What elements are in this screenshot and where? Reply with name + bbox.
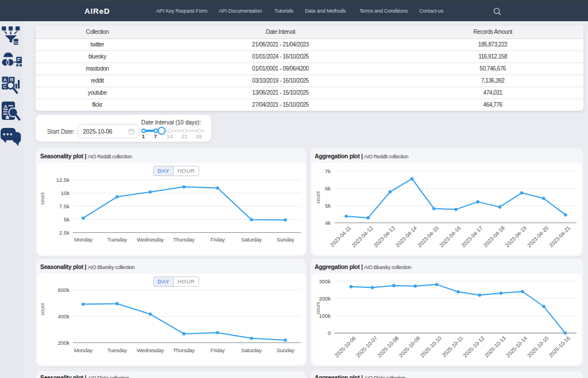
- svg-text:2025-10-12: 2025-10-12: [462, 335, 486, 358]
- svg-text:Friday: Friday: [210, 236, 225, 243]
- svg-text:2023-04-15: 2023-04-15: [416, 225, 440, 248]
- svg-text:count: count: [40, 192, 45, 204]
- svg-text:count: count: [315, 302, 321, 314]
- svg-text:7k: 7k: [325, 168, 331, 174]
- svg-text:Thursday: Thursday: [173, 236, 195, 243]
- svg-text:Wednesday: Wednesday: [137, 347, 164, 353]
- svg-text:400k: 400k: [57, 313, 69, 319]
- svg-text:Monday: Monday: [74, 236, 93, 243]
- svg-text:2023-04-21: 2023-04-21: [548, 225, 572, 248]
- svg-text:300k: 300k: [319, 278, 331, 285]
- svg-text:4k: 4k: [325, 220, 331, 226]
- svg-text:Wednesday: Wednesday: [137, 236, 164, 243]
- svg-text:2023-04-18: 2023-04-18: [482, 225, 506, 248]
- svg-text:2023-04-12: 2023-04-12: [351, 225, 374, 248]
- svg-text:2023-04-16: 2023-04-16: [439, 225, 462, 248]
- svg-text:Thursday: Thursday: [173, 347, 195, 353]
- svg-text:12.5k: 12.5k: [56, 177, 69, 183]
- svg-text:Monday: Monday: [74, 347, 93, 353]
- svg-text:2025-10-08: 2025-10-08: [377, 335, 400, 358]
- svg-text:count: count: [315, 191, 321, 203]
- svg-text:2025-10-07: 2025-10-07: [355, 335, 378, 358]
- svg-text:2025-10-09: 2025-10-09: [398, 335, 421, 358]
- svg-text:2025-10-14: 2025-10-14: [505, 335, 528, 358]
- svg-text:2023-04-20: 2023-04-20: [526, 225, 550, 248]
- svg-text:Tuesday: Tuesday: [107, 236, 127, 243]
- svg-text:0: 0: [328, 330, 331, 336]
- svg-text:2025-10-15: 2025-10-15: [527, 335, 550, 358]
- svg-text:200k: 200k: [57, 340, 69, 346]
- svg-text:Saturday: Saturday: [241, 236, 262, 243]
- svg-text:Saturday: Saturday: [241, 347, 262, 353]
- svg-text:5k: 5k: [325, 202, 331, 209]
- svg-text:600k: 600k: [57, 287, 69, 293]
- svg-text:2023-04-11: 2023-04-11: [329, 225, 352, 248]
- svg-text:A: A: [3, 77, 7, 83]
- svg-text:2025-10-06: 2025-10-06: [334, 335, 357, 358]
- svg-text:2.5k: 2.5k: [59, 229, 69, 236]
- svg-text:6k: 6k: [325, 185, 331, 192]
- svg-text:Sunday: Sunday: [277, 347, 295, 353]
- svg-text:2025-10-16: 2025-10-16: [548, 335, 571, 358]
- svg-text:2023-04-13: 2023-04-13: [373, 225, 396, 248]
- svg-text:2025-10-13: 2025-10-13: [483, 335, 507, 358]
- svg-text:2023-04-17: 2023-04-17: [461, 225, 484, 248]
- svg-text:A: A: [3, 104, 7, 110]
- svg-text:10k: 10k: [61, 190, 70, 196]
- svg-text:5k: 5k: [64, 216, 69, 223]
- svg-text:2023-04-19: 2023-04-19: [504, 225, 528, 248]
- svg-text:Friday: Friday: [210, 347, 225, 353]
- svg-text:2023-04-14: 2023-04-14: [394, 225, 418, 248]
- svg-text:200k: 200k: [319, 295, 331, 302]
- svg-text:C: C: [3, 84, 6, 89]
- svg-text:2025-10-10: 2025-10-10: [419, 335, 443, 358]
- svg-text:7.5k: 7.5k: [59, 203, 69, 209]
- svg-text:2025-10-11: 2025-10-11: [441, 335, 464, 358]
- svg-text:Tuesday: Tuesday: [107, 347, 127, 353]
- svg-text:Sunday: Sunday: [277, 236, 295, 243]
- svg-text:count: count: [40, 303, 45, 315]
